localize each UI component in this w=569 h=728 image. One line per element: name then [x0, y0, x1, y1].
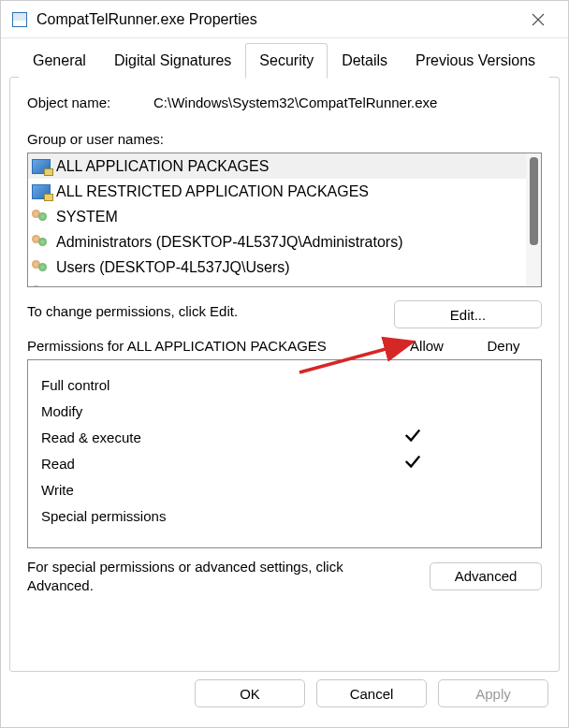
- principals-listbox[interactable]: ALL APPLICATION PACKAGESALL RESTRICTED A…: [27, 153, 542, 287]
- window-title: CompatTelRunner.exe Properties: [36, 11, 519, 28]
- permission-label: Write: [41, 482, 374, 498]
- principal-item[interactable]: Users (DESKTOP-4L537JQ\Users): [28, 255, 526, 280]
- properties-dialog: CompatTelRunner.exe Properties GeneralDi…: [0, 0, 569, 728]
- permission-row: Read: [41, 450, 528, 476]
- column-allow: Allow: [388, 338, 465, 354]
- permission-label: Read & execute: [41, 430, 374, 445]
- principal-label: TrustedInstaller: [56, 284, 159, 288]
- principal-item[interactable]: Administrators (DESKTOP-4L537JQ\Administ…: [28, 229, 526, 255]
- tab-details[interactable]: Details: [328, 43, 401, 79]
- object-name-label: Object name:: [27, 95, 153, 110]
- principal-label: Administrators (DESKTOP-4L537JQ\Administ…: [56, 234, 402, 251]
- principal-item[interactable]: TrustedInstaller: [28, 280, 526, 287]
- close-icon: [532, 13, 545, 26]
- principal-label: SYSTEM: [56, 209, 118, 226]
- object-name-value: C:\Windows\System32\CompatTelRunner.exe: [153, 95, 437, 110]
- principal-item[interactable]: ALL RESTRICTED APPLICATION PACKAGES: [28, 179, 526, 204]
- permission-label: Full control: [41, 377, 374, 393]
- scrollbar-thumb[interactable]: [530, 157, 538, 245]
- permissions-header: Permissions for ALL APPLICATION PACKAGES…: [27, 338, 542, 354]
- permissions-title-prefix: Permissions for: [27, 338, 127, 354]
- permission-row: Write: [41, 476, 528, 502]
- permissions-title-subject: ALL APPLICATION PACKAGES: [127, 338, 327, 354]
- users-icon: [32, 210, 51, 225]
- tab-strip: GeneralDigital SignaturesSecurityDetails…: [9, 42, 560, 78]
- close-button[interactable]: [519, 1, 557, 38]
- advanced-button[interactable]: Advanced: [430, 562, 542, 590]
- apply-button[interactable]: Apply: [438, 679, 548, 707]
- group-user-names-label: Group or user names:: [27, 131, 542, 147]
- permission-label: Read: [41, 456, 374, 472]
- object-name-row: Object name: C:\Windows\System32\CompatT…: [27, 95, 542, 110]
- tab-panel-security: Object name: C:\Windows\System32\CompatT…: [9, 77, 560, 672]
- permission-label: Special permissions: [41, 508, 374, 524]
- permissions-list: Full controlModifyRead & executeReadWrit…: [27, 359, 542, 548]
- permission-allow: [374, 453, 451, 474]
- permission-row: Full control: [41, 371, 528, 398]
- permission-row: Read & execute: [41, 424, 528, 450]
- dialog-footer: OK Cancel Apply: [9, 672, 560, 719]
- tab-security[interactable]: Security: [245, 43, 328, 79]
- principal-item[interactable]: SYSTEM: [28, 204, 526, 229]
- permission-label: Modify: [41, 403, 374, 419]
- principal-label: Users (DESKTOP-4L537JQ\Users): [56, 259, 290, 276]
- tab-previous-versions[interactable]: Previous Versions: [401, 43, 549, 79]
- content-area: GeneralDigital SignaturesSecurityDetails…: [1, 38, 568, 727]
- permission-row: Special permissions: [41, 502, 528, 529]
- permission-allow: [374, 427, 451, 448]
- app-icon: [12, 12, 27, 27]
- users-icon: [32, 260, 51, 275]
- tab-general[interactable]: General: [19, 43, 100, 79]
- principal-label: ALL RESTRICTED APPLICATION PACKAGES: [56, 183, 369, 200]
- principal-label: ALL APPLICATION PACKAGES: [56, 158, 269, 175]
- column-deny: Deny: [465, 338, 542, 354]
- permission-row: Modify: [41, 398, 528, 424]
- package-icon: [32, 159, 51, 174]
- principal-item[interactable]: ALL APPLICATION PACKAGES: [28, 153, 526, 179]
- users-icon: [32, 235, 51, 250]
- edit-hint: To change permissions, click Edit.: [27, 300, 238, 319]
- advanced-hint: For special permissions or advanced sett…: [27, 558, 364, 594]
- package-icon: [32, 184, 51, 199]
- users-icon: [32, 285, 51, 288]
- edit-button[interactable]: Edit...: [394, 300, 542, 328]
- tab-digital-signatures[interactable]: Digital Signatures: [100, 43, 245, 79]
- titlebar: CompatTelRunner.exe Properties: [1, 1, 568, 38]
- cancel-button[interactable]: Cancel: [316, 679, 427, 707]
- ok-button[interactable]: OK: [195, 679, 305, 707]
- scrollbar[interactable]: [526, 153, 541, 286]
